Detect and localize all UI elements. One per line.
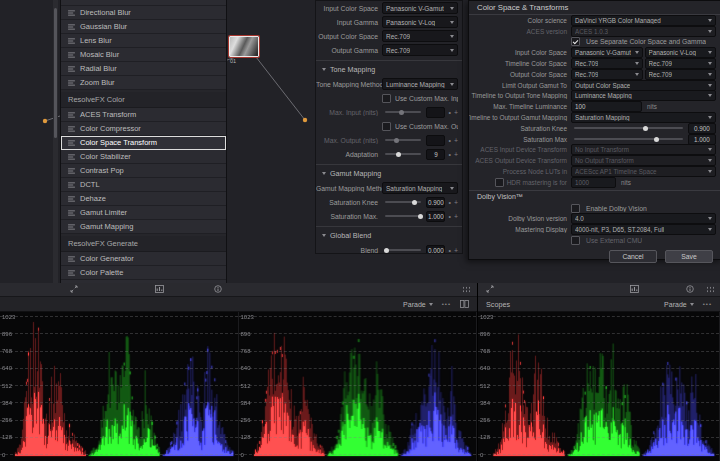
row-external-cmu: Use External CMU bbox=[469, 235, 720, 246]
effect-list-item[interactable]: Mosaic Blur bbox=[61, 48, 226, 62]
node-number: 01 bbox=[229, 58, 261, 64]
use-custom-max-output-checkbox[interactable] bbox=[382, 122, 391, 131]
expand-icon[interactable] bbox=[70, 285, 78, 293]
effect-list-item[interactable]: Color Space Transform bbox=[61, 136, 226, 150]
effect-label: Color Generator bbox=[80, 254, 134, 263]
effect-list-item[interactable]: Color Generator bbox=[61, 252, 226, 266]
effect-list-item[interactable]: Directional Blur bbox=[61, 6, 226, 20]
expand-icon[interactable] bbox=[486, 285, 494, 293]
save-button[interactable]: Save bbox=[665, 250, 713, 263]
saturation-max-value[interactable]: 1.000 bbox=[688, 134, 716, 145]
effect-list-item[interactable]: Gamut Mapping bbox=[61, 220, 226, 234]
effect-list-item[interactable]: Color Stabilizer bbox=[61, 150, 226, 164]
gamut-mapping-method-dropdown[interactable]: Saturation Mapping bbox=[382, 182, 458, 194]
scopes-area: Parade ••• 1023 bbox=[0, 283, 720, 461]
timeline-colorspace-dropdown[interactable]: Rec.709 bbox=[571, 58, 643, 69]
scope-header: Scopes Parade ••• bbox=[478, 297, 720, 312]
output-color-space-dropdown[interactable]: Rec.709 bbox=[382, 30, 458, 42]
keyframe-dot-icon[interactable]: • bbox=[448, 151, 450, 158]
timeline-tone-mapping-dropdown[interactable]: Luminance Mapping bbox=[571, 90, 716, 101]
saturation-knee-value[interactable]: 0.900 bbox=[426, 197, 445, 208]
layout-icon[interactable] bbox=[460, 300, 469, 308]
input-color-space-dropdown[interactable]: Panasonic V-Gamut bbox=[382, 2, 458, 14]
chevron-down-icon bbox=[708, 94, 712, 97]
scope-graph-icon[interactable] bbox=[155, 285, 164, 293]
max-output-value[interactable] bbox=[426, 135, 445, 146]
add-keyframe-icon[interactable]: + bbox=[454, 137, 458, 144]
input-colorspace-dropdown[interactable]: Panasonic V-Gamut bbox=[571, 47, 643, 58]
max-output-slider[interactable] bbox=[385, 139, 421, 141]
adaptation-value[interactable]: 9 bbox=[426, 149, 445, 160]
more-options-icon[interactable]: ••• bbox=[442, 301, 451, 307]
use-custom-max-input-checkbox[interactable] bbox=[382, 94, 391, 103]
section-resolvefx-color[interactable]: ResolveFX Color bbox=[61, 92, 226, 108]
drag-handle-icon[interactable] bbox=[706, 286, 715, 293]
drag-handle-icon[interactable] bbox=[462, 286, 471, 293]
output-gamma-dropdown[interactable]: Rec.709 bbox=[382, 44, 458, 56]
keyframe-dot-icon[interactable]: • bbox=[448, 199, 450, 206]
keyframe-dot-icon[interactable]: • bbox=[448, 213, 450, 220]
blend-slider[interactable] bbox=[385, 249, 421, 251]
timeline-gamut-mapping-dropdown[interactable]: Saturation Mapping bbox=[571, 112, 716, 123]
add-keyframe-icon[interactable]: + bbox=[454, 213, 458, 220]
color-science-dropdown[interactable]: DaVinci YRGB Color Managed bbox=[571, 15, 716, 26]
add-keyframe-icon[interactable]: + bbox=[454, 109, 458, 116]
section-gamut-mapping[interactable]: Gamut Mapping bbox=[316, 164, 462, 181]
effect-list-item[interactable]: Gamut Limiter bbox=[61, 206, 226, 220]
timeline-gamma-dropdown[interactable]: Rec.709 bbox=[645, 58, 717, 69]
max-input-slider[interactable] bbox=[385, 111, 421, 113]
effect-list-item[interactable]: ACES Transform bbox=[61, 108, 226, 122]
keyframe-dot-icon[interactable]: • bbox=[448, 109, 450, 116]
mastering-display-dropdown[interactable]: 4000-nit, P3, D65, ST.2084, Full bbox=[571, 224, 716, 235]
adaptation-slider[interactable] bbox=[385, 153, 421, 155]
effect-list-item[interactable]: DCTL bbox=[61, 178, 226, 192]
input-gamma-dropdown[interactable]: Panasonic V-Log bbox=[382, 16, 458, 28]
scrollbar-thumb[interactable] bbox=[54, 8, 57, 138]
output-gamma-dropdown[interactable]: Rec.709 bbox=[645, 69, 717, 80]
saturation-knee-slider[interactable] bbox=[385, 201, 421, 203]
blend-value[interactable]: 0.000 bbox=[426, 245, 445, 255]
saturation-max-slider[interactable] bbox=[574, 138, 683, 140]
saturation-max-value[interactable]: 1.000 bbox=[426, 211, 445, 222]
add-keyframe-icon[interactable]: + bbox=[454, 199, 458, 206]
output-colorspace-dropdown[interactable]: Rec.709 bbox=[571, 69, 643, 80]
max-timeline-luminance-input[interactable]: 100 bbox=[571, 101, 642, 112]
keyframe-dot-icon[interactable]: • bbox=[448, 247, 450, 254]
effect-list-item[interactable]: Color Compressor bbox=[61, 122, 226, 136]
source-port-icon bbox=[43, 119, 47, 123]
scope-mode-dropdown[interactable]: Parade bbox=[664, 301, 694, 308]
enable-dolby-vision-checkbox[interactable] bbox=[571, 204, 580, 213]
keyframe-dot-icon[interactable]: • bbox=[448, 137, 450, 144]
info-icon[interactable] bbox=[686, 285, 694, 293]
section-global-blend[interactable]: Global Blend bbox=[316, 226, 462, 243]
scope-mode-dropdown[interactable]: Parade bbox=[403, 301, 433, 308]
dolby-vision-version-dropdown[interactable]: 4.0 bbox=[571, 213, 716, 224]
effect-list-item[interactable]: Gaussian Blur bbox=[61, 20, 226, 34]
scope-graph-icon[interactable] bbox=[630, 285, 639, 293]
more-options-icon[interactable]: ••• bbox=[703, 301, 712, 307]
tone-mapping-method-dropdown[interactable]: Luminance Mapping bbox=[382, 78, 458, 90]
section-tone-mapping[interactable]: Tone Mapping bbox=[316, 60, 462, 77]
add-keyframe-icon[interactable]: + bbox=[454, 247, 458, 254]
effect-icon bbox=[68, 256, 75, 262]
info-icon[interactable] bbox=[214, 285, 222, 293]
limit-output-gamut-dropdown[interactable]: Output Color Space bbox=[571, 80, 716, 91]
effects-scrollbar[interactable] bbox=[53, 0, 58, 283]
saturation-knee-value[interactable]: 0.900 bbox=[688, 123, 716, 134]
effect-list-item[interactable]: Dehaze bbox=[61, 192, 226, 206]
cancel-button[interactable]: Cancel bbox=[609, 250, 657, 263]
use-separate-colorspace-checkbox[interactable] bbox=[571, 37, 580, 46]
node-01[interactable]: 01 bbox=[229, 36, 261, 64]
section-resolvefx-generate[interactable]: ResolveFX Generate bbox=[61, 236, 226, 252]
add-keyframe-icon[interactable]: + bbox=[454, 151, 458, 158]
effect-list-item[interactable]: Contrast Pop bbox=[61, 164, 226, 178]
max-input-value[interactable] bbox=[426, 107, 445, 118]
effect-list-item[interactable]: Radial Blur bbox=[61, 62, 226, 76]
effect-list-item[interactable]: Lens Blur bbox=[61, 34, 226, 48]
effect-list-item[interactable]: Color Palette bbox=[61, 266, 226, 280]
saturation-knee-slider[interactable] bbox=[574, 127, 683, 129]
input-gamma-dropdown[interactable]: Panasonic V-Log bbox=[645, 47, 717, 58]
row-gamut-mapping-method: Gamut Mapping Method Saturation Mapping bbox=[316, 181, 462, 195]
saturation-max-slider[interactable] bbox=[385, 215, 421, 217]
effect-list-item[interactable]: Zoom Blur bbox=[61, 76, 226, 90]
